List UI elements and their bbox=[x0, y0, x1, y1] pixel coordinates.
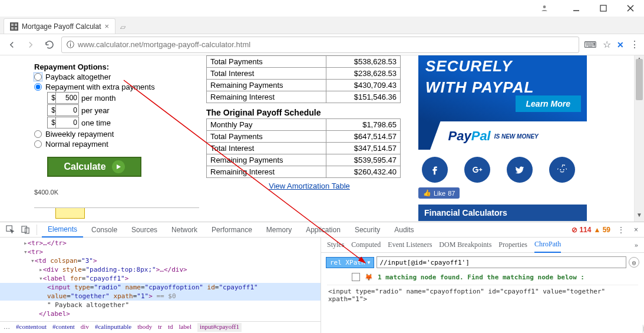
table-row: Remaining Interest$151,546.36 bbox=[207, 91, 401, 103]
svg-rect-15 bbox=[21, 226, 26, 232]
scroll-thumb[interactable] bbox=[636, 59, 643, 100]
more-tabs-icon[interactable]: » bbox=[635, 240, 638, 249]
table-row: Total Payments$538,628.53 bbox=[207, 56, 401, 68]
window-title-bar bbox=[0, 0, 644, 17]
tab-sources[interactable]: Sources bbox=[126, 222, 163, 238]
per-year-input[interactable] bbox=[55, 104, 79, 116]
paypal-logo: PayPal bbox=[448, 128, 491, 144]
radio-label: Normal repayment bbox=[45, 140, 108, 149]
play-icon bbox=[112, 160, 125, 173]
facebook-icon[interactable] bbox=[422, 157, 448, 183]
like-count: 87 bbox=[448, 190, 455, 197]
paypal-tagline: IS NEW MONEY bbox=[494, 133, 539, 140]
svg-point-10 bbox=[560, 169, 561, 170]
chropath-found-msg: 1 matching node found. Find the matching… bbox=[378, 273, 584, 281]
translate-icon[interactable]: ⌨ bbox=[584, 39, 597, 50]
learn-more-button[interactable]: Learn More bbox=[516, 95, 581, 112]
radio-input-normal[interactable] bbox=[34, 140, 42, 148]
radio-biweekly[interactable]: Biweekly repayment bbox=[34, 130, 194, 139]
devtools-menu-icon[interactable]: ⋮ bbox=[613, 226, 629, 234]
rtab-listeners[interactable]: Event Listeners bbox=[388, 238, 432, 253]
browser-tab[interactable]: Mortgage Payoff Calculat × bbox=[4, 18, 115, 34]
warning-count-badge[interactable]: ▲ 59 bbox=[593, 226, 610, 234]
menu-icon[interactable]: ⋮ bbox=[630, 39, 639, 50]
devtools-right-pane: Styles Computed Event Listeners DOM Brea… bbox=[321, 238, 644, 333]
reddit-icon[interactable] bbox=[549, 157, 575, 183]
radio-normal[interactable]: Normal repayment bbox=[34, 140, 194, 149]
rtab-styles[interactable]: Styles bbox=[327, 238, 344, 253]
reload-button[interactable] bbox=[42, 38, 57, 52]
per-month-input[interactable] bbox=[55, 92, 79, 104]
copy-icon[interactable] bbox=[352, 273, 360, 281]
bookmark-icon[interactable]: ☆ bbox=[603, 39, 611, 50]
tab-application[interactable]: Application bbox=[300, 222, 346, 238]
chropath-selector-dropdown[interactable]: rel XPath bbox=[326, 257, 374, 268]
svg-point-11 bbox=[563, 169, 564, 170]
error-count-badge[interactable]: ⊘ 114 bbox=[572, 226, 591, 234]
tab-performance[interactable]: Performance bbox=[206, 222, 258, 238]
original-schedule-table: Monthly Pay$1,798.65 Total Payments$647,… bbox=[206, 118, 401, 178]
new-tab-button[interactable]: ▱ bbox=[115, 21, 130, 34]
tab-console[interactable]: Console bbox=[85, 222, 123, 238]
site-info-icon[interactable]: ⓘ bbox=[67, 39, 74, 50]
chropath-matched-node[interactable]: <input type="radio" name="cpayoffoption"… bbox=[327, 285, 638, 305]
amortization-link[interactable]: View Amortization Table bbox=[269, 182, 350, 190]
dom-tree[interactable]: ▸<tr>…</tr> ▾<tr> ▾<td colspan="3"> ▸<di… bbox=[0, 238, 321, 321]
dollar-prefix: $ bbox=[47, 104, 55, 116]
tab-title: Mortgage Payoff Calculat bbox=[22, 22, 101, 31]
minimize-button[interactable] bbox=[563, 0, 590, 17]
radio-extra-payments[interactable]: Repayment with extra payments bbox=[34, 83, 194, 91]
tab-audits[interactable]: Audits bbox=[388, 222, 420, 238]
devtools-close-icon[interactable]: × bbox=[632, 226, 640, 234]
extension-icon[interactable]: ✕ bbox=[617, 40, 624, 50]
profile-icon[interactable] bbox=[531, 0, 558, 17]
chropath-target-icon[interactable]: ◎ bbox=[629, 257, 639, 268]
radio-label: Repayment with extra payments bbox=[45, 83, 155, 91]
dollar-prefix: $ bbox=[47, 117, 55, 128]
twitter-icon[interactable] bbox=[507, 157, 533, 183]
thumbs-up-icon: 👍 bbox=[423, 189, 431, 197]
inspect-element-icon[interactable] bbox=[4, 225, 16, 234]
dom-selected-node[interactable]: <input type="radio" name="cpayoffoption"… bbox=[0, 283, 321, 301]
tab-security[interactable]: Security bbox=[349, 222, 386, 238]
facebook-like-button[interactable]: 👍 Like 87 bbox=[418, 187, 460, 199]
forward-button bbox=[24, 38, 38, 52]
radio-input-extra[interactable] bbox=[34, 83, 42, 91]
rtab-computed[interactable]: Computed bbox=[351, 238, 381, 253]
tab-network[interactable]: Network bbox=[166, 222, 203, 238]
page-scrollbar[interactable]: ▲ ▼ bbox=[634, 55, 644, 222]
one-time-input[interactable] bbox=[55, 117, 79, 128]
rtab-properties[interactable]: Properties bbox=[498, 238, 527, 253]
scroll-down-arrow[interactable]: ▼ bbox=[635, 212, 644, 222]
results-table: Total Payments$538,628.53 Total Interest… bbox=[206, 55, 401, 103]
table-row: Remaining Interest$260,432.40 bbox=[207, 166, 401, 178]
one-time-label: one time bbox=[81, 118, 111, 127]
close-tab-icon[interactable]: × bbox=[105, 22, 110, 31]
rtab-chropath[interactable]: ChroPath bbox=[534, 238, 561, 253]
address-bar[interactable]: ⓘ www.calculator.net/mortgage-payoff-cal… bbox=[61, 37, 579, 53]
tab-elements[interactable]: Elements bbox=[42, 222, 83, 238]
table-row: Total Payments$647,514.57 bbox=[207, 131, 401, 143]
calculate-label: Calculate bbox=[64, 161, 105, 172]
radio-label: Biweekly repayment bbox=[45, 130, 114, 139]
paypal-ad[interactable]: SECURELY WITH PAYPAL Learn More PayPal I… bbox=[418, 55, 587, 150]
tab-memory[interactable]: Memory bbox=[260, 222, 298, 238]
table-row: Remaining Payments$539,595.47 bbox=[207, 154, 401, 166]
rtab-breakpoints[interactable]: DOM Breakpoints bbox=[439, 238, 491, 253]
radio-payback-altogether[interactable]: Payback altogether bbox=[34, 72, 194, 81]
firefox-icon[interactable]: 🦊 bbox=[365, 273, 373, 281]
calculate-button[interactable]: Calculate bbox=[47, 157, 141, 177]
close-window-button[interactable] bbox=[617, 0, 644, 17]
chart-snippet bbox=[34, 207, 199, 220]
googleplus-icon[interactable] bbox=[464, 157, 490, 183]
toggle-device-icon[interactable] bbox=[19, 225, 32, 234]
dom-breadcrumb[interactable]: … #contentout #content div #calinputtabl… bbox=[0, 321, 321, 333]
svg-rect-2 bbox=[600, 5, 606, 11]
table-row: Total Interest$238,628.53 bbox=[207, 68, 401, 80]
radio-input-payback[interactable] bbox=[34, 73, 42, 81]
radio-input-biweekly[interactable] bbox=[34, 130, 42, 138]
chropath-query-input[interactable] bbox=[377, 256, 626, 268]
back-button[interactable] bbox=[5, 38, 19, 52]
maximize-button[interactable] bbox=[590, 0, 617, 17]
chart-y-label: $400.0K bbox=[34, 189, 194, 196]
